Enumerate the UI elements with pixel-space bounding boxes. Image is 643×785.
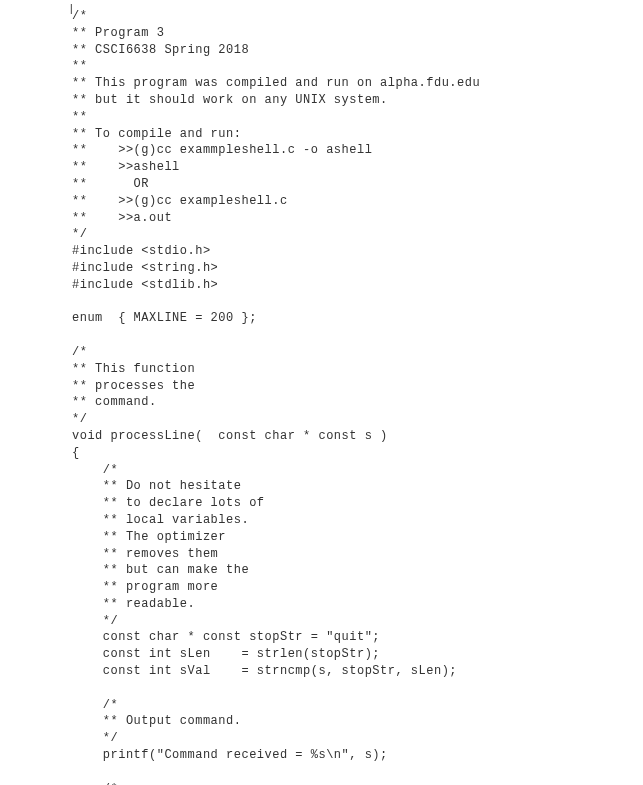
- code-line: const int sVal = strncmp(s, stopStr, sLe…: [72, 663, 643, 680]
- code-line: /*: [72, 462, 643, 479]
- code-line: /*: [72, 697, 643, 714]
- code-line: ** CSCI6638 Spring 2018: [72, 42, 643, 59]
- code-line: ** To compile and run:: [72, 126, 643, 143]
- code-line: ** command.: [72, 394, 643, 411]
- code-line: ** local variables.: [72, 512, 643, 529]
- code-line: /*: [72, 344, 643, 361]
- code-line: ** program more: [72, 579, 643, 596]
- code-line: const int sLen = strlen(stopStr);: [72, 646, 643, 663]
- code-line: ** >>a.out: [72, 210, 643, 227]
- code-line: [72, 327, 643, 344]
- code-line: ** >>ashell: [72, 159, 643, 176]
- code-line: {: [72, 445, 643, 462]
- code-line: ** Program 3: [72, 25, 643, 42]
- code-line: ** to declare lots of: [72, 495, 643, 512]
- code-line: ** readable.: [72, 596, 643, 613]
- code-line: #include <string.h>: [72, 260, 643, 277]
- code-line: */: [72, 226, 643, 243]
- code-line: ** OR: [72, 176, 643, 193]
- code-line: /*: [72, 8, 643, 25]
- code-line: ** This program was compiled and run on …: [72, 75, 643, 92]
- code-line: ** processes the: [72, 378, 643, 395]
- code-line: #include <stdio.h>: [72, 243, 643, 260]
- code-line: const char * const stopStr = "quit";: [72, 629, 643, 646]
- code-line: #include <stdlib.h>: [72, 277, 643, 294]
- text-cursor: |: [68, 2, 75, 17]
- code-line: ** Output command.: [72, 713, 643, 730]
- code-block: /*** Program 3** CSCI6638 Spring 2018***…: [72, 8, 643, 785]
- code-line: ** >>(g)cc exammpleshell.c -o ashell: [72, 142, 643, 159]
- code-line: */: [72, 613, 643, 630]
- code-line: **: [72, 109, 643, 126]
- code-line: /*: [72, 781, 643, 785]
- code-line: ** but can make the: [72, 562, 643, 579]
- code-line: enum { MAXLINE = 200 };: [72, 310, 643, 327]
- code-line: ** >>(g)cc exampleshell.c: [72, 193, 643, 210]
- code-line: printf("Command received = %s\n", s);: [72, 747, 643, 764]
- code-line: ** Do not hesitate: [72, 478, 643, 495]
- code-line: ** but it should work on any UNIX system…: [72, 92, 643, 109]
- code-line: ** This function: [72, 361, 643, 378]
- code-line: [72, 764, 643, 781]
- code-line: */: [72, 730, 643, 747]
- code-line: ** removes them: [72, 546, 643, 563]
- code-line: */: [72, 411, 643, 428]
- code-line: [72, 680, 643, 697]
- code-line: ** The optimizer: [72, 529, 643, 546]
- code-line: **: [72, 58, 643, 75]
- code-line: void processLine( const char * const s ): [72, 428, 643, 445]
- code-line: [72, 294, 643, 311]
